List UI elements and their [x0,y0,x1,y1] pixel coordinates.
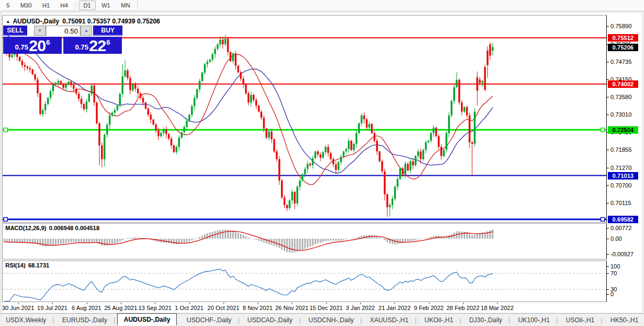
tab-hk50-h1[interactable]: HK50-,H1 [605,315,644,325]
date-tick [189,303,190,304]
timeframe-M30[interactable]: M30 [15,1,36,10]
tab-uk100-h1[interactable]: UK100-,H1 [513,315,556,325]
candle-body [345,149,347,152]
candle-body [78,94,79,99]
candle-body [288,200,290,208]
candle-body [57,81,59,83]
candle-body [21,61,23,65]
buy-price-box[interactable]: 0.75 22 6 [63,37,122,54]
price-axis-label: 0.71855 [610,146,632,153]
timeframe-D1[interactable]: D1 [79,1,96,10]
candle-body [145,102,146,108]
price-axis-tick [607,26,609,27]
level-handle[interactable] [4,128,7,132]
candle-body [371,124,373,133]
macd-pane[interactable]: MACD(12,26,9)0.006948 0.004518 [2,223,607,259]
rsi-value: 68.1731 [28,262,49,268]
tab-eurusd-daily[interactable]: EURUSD-,Daily [56,315,113,325]
price-axis-label: 0.73010 [610,111,632,118]
candle-body [11,55,13,58]
price-axis-tick [607,203,609,203]
candle-body [163,129,164,133]
timeframe-5[interactable]: 5 [2,1,14,10]
date-label: 3 Jan 2022 [346,305,375,311]
candle-body [80,99,82,104]
candle-body [255,100,257,105]
tab-dj30-daily[interactable]: DJ30-,Daily [464,315,508,325]
candle-body [448,116,450,133]
candle-body [62,84,64,87]
date-tick [121,303,121,304]
candle-body [55,83,56,85]
tab-usoil-h1[interactable]: USOil-,H1 [560,315,600,325]
price-badge: 0.69582 [608,216,638,223]
volume-decrease-button[interactable]: ▼ [34,26,46,36]
tab-xauusd-h1[interactable]: XAUUSD-,H1 [364,315,415,325]
candle-body [474,112,475,144]
macd-scale-label: -0.00927 [610,251,633,257]
horizontal-level-lines[interactable] [3,38,606,221]
candle-body [484,67,486,90]
candle-body [333,159,334,165]
candle-body [322,152,324,157]
tab-usdchf-daily[interactable]: USDCHF-,Daily [181,315,237,325]
candle-body [327,147,329,153]
rsi-scale-label: 100 [610,263,620,270]
chart-title-symbol: AUDUSD-,Daily [13,18,59,25]
timeframe-MN[interactable]: MN [116,1,135,10]
candle-body [34,75,36,80]
candle-body [104,135,105,159]
tab-audusd-daily[interactable]: AUDUSD-,Daily [117,313,176,325]
chart-collapse-icon[interactable]: ▲ [6,19,10,24]
candle-body [158,131,159,136]
sell-price-small: 0.75 [15,43,28,51]
candle-body [394,186,395,199]
buy-button[interactable]: BUY [93,26,122,36]
date-axis[interactable]: 30 Jun 202119 Jul 20216 Aug 202125 Aug 2… [2,303,607,313]
volume-increase-button[interactable]: ▲ [80,26,92,36]
date-label: 9 Feb 2022 [414,305,444,311]
date-tick [18,303,19,304]
candle-body [173,145,175,152]
tab-usdx-weekly[interactable]: USDX,Weekly [0,315,52,325]
candle-body [137,89,138,94]
candle-body [93,86,95,103]
candle-body [294,192,295,203]
candle-body [281,181,283,198]
candle-body [222,40,224,45]
rsi-scale-label: 70 [610,270,617,276]
candle-body [247,93,249,102]
rsi-canvas [3,261,606,301]
timeframe-H4[interactable]: H4 [56,1,73,10]
candle-body [364,116,365,119]
candle-body [65,85,67,88]
candle-body [445,133,447,150]
price-badge: 0.75512 [608,34,638,42]
candle-body [276,151,277,159]
candle-body [286,205,288,208]
level-handle[interactable] [601,217,605,221]
rsi-scale-label: 0 [610,291,614,297]
sell-button[interactable]: SELL [3,26,27,36]
level-handle[interactable] [4,217,7,221]
tab-usdcnh-daily[interactable]: USDCNH-,Daily [303,315,360,325]
price-pane[interactable]: ▲AUDUSD-,Daily0.75091 0.75357 0.74939 0.… [2,15,607,223]
rsi-pane[interactable]: RSI(14)68.1731 [2,260,607,302]
price-axis[interactable]: 0.758900.752950.747350.741500.735800.730… [607,13,642,313]
candle-body [464,107,465,112]
candle-body [135,84,136,89]
candle-body [47,98,48,104]
candle-body [96,102,97,123]
level-handle[interactable] [601,128,605,132]
tab-usdcad-daily[interactable]: USDCAD-,Daily [242,315,299,325]
timeframe-H1[interactable]: H1 [38,1,55,10]
candle-body [24,65,26,67]
rsi-line [4,269,493,301]
tab-ukoil-h1[interactable]: UKOil-,H1 [419,315,459,325]
candle-body [101,145,103,159]
volume-input[interactable] [46,27,80,36]
sell-price-box[interactable]: 0.75 20 6 [3,37,62,54]
timeframe-W1[interactable]: W1 [97,1,115,10]
candle-body [456,80,457,87]
candle-body [209,60,211,62]
